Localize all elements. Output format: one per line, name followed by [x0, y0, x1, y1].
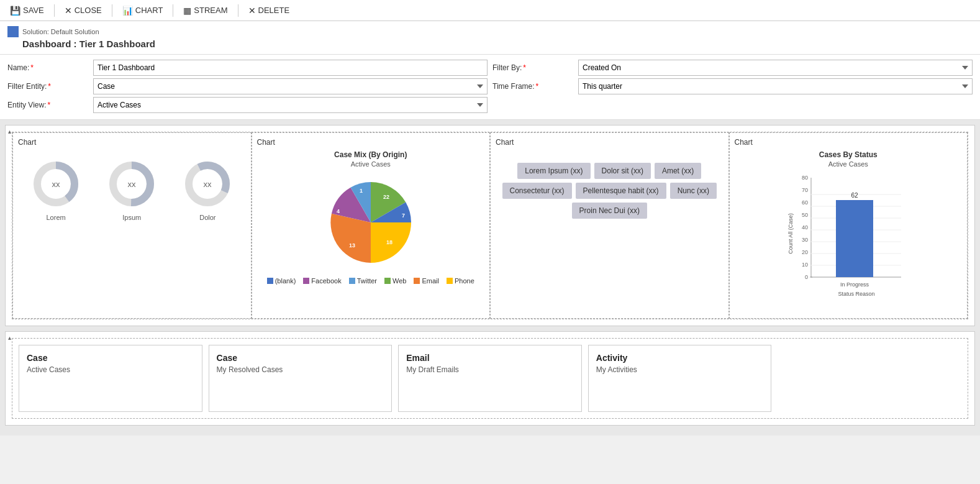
svg-text:1: 1 [360, 188, 363, 194]
donut-svg-2: xx [107, 159, 157, 209]
filter-by-label: Filter By:* [492, 63, 573, 72]
entity-view-select[interactable]: Active Cases [93, 97, 488, 113]
donut-svg-3: xx [183, 159, 232, 209]
charts-section: ▴ Chart xx Lorem [5, 125, 975, 326]
svg-text:In Progress: In Progress [840, 281, 869, 288]
separator [173, 4, 173, 17]
chart3-title: Chart [496, 138, 724, 147]
name-label: Name:* [7, 63, 88, 72]
svg-text:40: 40 [802, 224, 808, 231]
list-card-2[interactable]: Case My Resolved Cases [209, 345, 392, 412]
list-card-4-entity: Activity [596, 353, 764, 363]
chart-cell-1: Chart xx Lorem [12, 132, 252, 319]
charts-row: Chart xx Lorem [12, 132, 968, 319]
svg-text:30: 30 [802, 237, 808, 243]
list-expand-icon[interactable]: ▴ [8, 334, 11, 341]
svg-text:7: 7 [402, 212, 405, 219]
svg-text:20: 20 [802, 249, 808, 255]
close-icon: ✕ [65, 6, 72, 16]
bar-rect [836, 200, 873, 277]
legend-facebook: Facebook [303, 277, 341, 285]
filter-entity-select[interactable]: Case [93, 78, 488, 94]
list-row: Case Active Cases Case My Resolved Cases… [12, 338, 968, 419]
list-card-1[interactable]: Case Active Cases [19, 345, 202, 412]
list-card-4-view: My Activities [596, 365, 764, 374]
legend-dot-email [414, 278, 420, 284]
pie-svg: 22 7 18 13 4 1 [321, 173, 420, 272]
save-button[interactable]: 💾 SAVE [5, 3, 49, 18]
donut-label-3: Dolor [199, 214, 216, 221]
svg-text:70: 70 [802, 187, 808, 193]
save-icon: 💾 [10, 6, 20, 16]
separator [54, 4, 55, 17]
delete-button[interactable]: ✕ DELETE [243, 3, 295, 18]
svg-text:Status Reason: Status Reason [838, 291, 874, 297]
svg-text:xx: xx [128, 180, 137, 189]
list-card-4[interactable]: Activity My Activities [588, 345, 772, 412]
donut-label-2: Ipsum [122, 214, 141, 221]
donut-label-1: Lorem [46, 214, 65, 221]
filter-by-select[interactable]: Created On [578, 60, 973, 76]
close-button[interactable]: ✕ CLOSE [60, 3, 107, 18]
svg-text:0: 0 [805, 274, 808, 280]
svg-text:80: 80 [802, 175, 808, 181]
svg-text:10: 10 [802, 262, 808, 268]
svg-text:xx: xx [52, 180, 61, 189]
legend-dot-facebook [303, 278, 309, 284]
svg-text:50: 50 [802, 212, 808, 218]
donut-item-1: xx Lorem [31, 159, 81, 221]
legend-blank: (blank) [267, 277, 296, 285]
tag-consectetur[interactable]: Consectetur (xx) [502, 183, 572, 199]
chart-cell-3: Chart Lorem Ipsum (xx) Dolor sit (xx) Am… [490, 132, 729, 319]
list-card-2-view: My Resolved Cases [217, 365, 384, 374]
tag-grid: Lorem Ipsum (xx) Dolor sit (xx) Amet (xx… [496, 150, 724, 231]
separator [112, 4, 112, 17]
pie-chart-subtitle: Active Cases [257, 160, 485, 168]
form-area: Name:* Filter By:* Created On Filter Ent… [0, 55, 980, 120]
legend-web: Web [384, 277, 406, 285]
donut-item-3: xx Dolor [183, 159, 232, 221]
time-frame-label: Time Frame:* [492, 82, 573, 91]
list-card-3[interactable]: Email My Draft Emails [398, 345, 582, 412]
delete-icon: ✕ [248, 6, 256, 16]
chart-cell-4: Chart Cases By Status Active Cases 0 1 [729, 132, 968, 319]
svg-text:22: 22 [383, 194, 389, 200]
stream-button[interactable]: ▦ STREAM [178, 3, 232, 18]
time-frame-select[interactable]: This quarter [578, 78, 973, 94]
donut-charts: xx Lorem xx Ipsum [18, 159, 246, 221]
bar-chart-subtitle: Active Cases [735, 160, 963, 168]
list-card-2-entity: Case [217, 353, 384, 363]
stream-icon: ▦ [183, 6, 191, 16]
separator [238, 4, 238, 17]
expand-icon[interactable]: ▴ [8, 128, 11, 135]
list-card-3-view: My Draft Emails [406, 365, 574, 374]
chart2-title: Chart [257, 138, 485, 147]
legend-dot-web [384, 278, 391, 284]
main-content: ▴ Chart xx Lorem [0, 120, 980, 436]
solution-label: Solution: Default Solution [7, 26, 973, 37]
donut-svg-1: xx [31, 159, 81, 209]
name-input[interactable] [93, 60, 488, 76]
toolbar: 💾 SAVE ✕ CLOSE 📊 CHART ▦ STREAM ✕ DELETE [0, 0, 980, 21]
tag-proin[interactable]: Proin Nec Dui (xx) [572, 203, 647, 219]
pie-legend: (blank) Facebook Twitter Web [257, 277, 485, 285]
legend-dot-blank [267, 278, 273, 284]
list-card-1-view: Active Cases [27, 365, 194, 374]
svg-text:60: 60 [802, 199, 808, 206]
tag-nunc[interactable]: Nunc (xx) [670, 183, 717, 199]
svg-text:62: 62 [851, 192, 858, 199]
chart-cell-2: Chart Case Mix (By Origin) Active Cases [252, 132, 491, 319]
solution-icon [7, 26, 19, 37]
tag-dolor-sit[interactable]: Dolor sit (xx) [594, 163, 651, 179]
entity-view-label: Entity View:* [7, 101, 88, 109]
bar-chart-area: 0 10 20 30 40 50 60 [735, 171, 963, 308]
chart4-title: Chart [735, 138, 963, 147]
tag-amet[interactable]: Amet (xx) [655, 163, 701, 179]
legend-dot-twitter [349, 278, 355, 284]
tag-lorem-ipsum[interactable]: Lorem Ipsum (xx) [517, 163, 590, 179]
chart-button[interactable]: 📊 CHART [117, 3, 168, 18]
legend-phone: Phone [447, 277, 474, 285]
pie-chart-container: 22 7 18 13 4 1 [257, 173, 485, 272]
tag-pellentesque[interactable]: Pellentesque habit (xx) [576, 183, 666, 199]
list-section-inner: Case Active Cases Case My Resolved Cases… [6, 332, 974, 425]
